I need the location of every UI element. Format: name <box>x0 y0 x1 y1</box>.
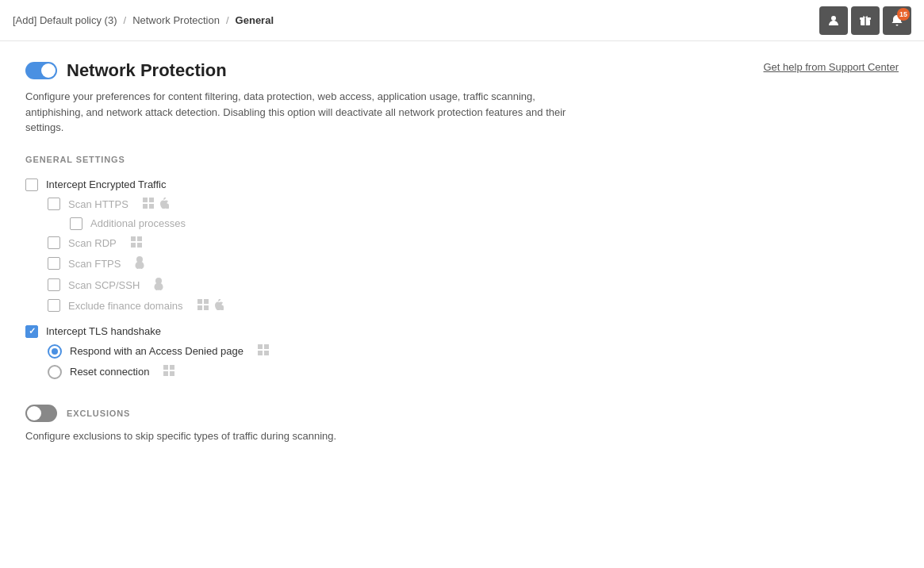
general-settings-section: GENERAL SETTINGS Intercept Encrypted Tra… <box>25 155 899 382</box>
list-item: Exclude finance domains <box>25 296 899 316</box>
header-right: Get help from Support Center <box>763 60 899 73</box>
support-link[interactable]: Get help from Support Center <box>763 61 899 73</box>
scan-ftps-label: Scan FTPS <box>68 258 121 270</box>
intercept-tls-label: Intercept TLS handshake <box>46 325 161 337</box>
svg-line-14 <box>141 267 142 269</box>
svg-rect-22 <box>258 344 263 349</box>
svg-rect-27 <box>170 365 174 370</box>
windows-icon <box>143 198 154 211</box>
top-bar: [Add] Default policy (3) / Network Prote… <box>0 0 924 41</box>
windows-icon <box>163 365 174 378</box>
reset-connection-os-icons <box>163 365 174 378</box>
svg-rect-5 <box>149 198 154 202</box>
additional-processes-label: Additional processes <box>90 217 186 229</box>
svg-rect-26 <box>163 365 168 370</box>
svg-rect-4 <box>143 198 148 202</box>
scan-ftps-checkbox[interactable] <box>48 257 60 270</box>
notification-icon-button[interactable]: 15 <box>883 6 911 35</box>
scan-scp-ssh-checkbox[interactable] <box>48 278 60 291</box>
scan-https-checkbox[interactable] <box>48 198 60 210</box>
svg-line-13 <box>137 267 138 269</box>
exclusions-section: EXCLUSIONS Configure exclusions to skip … <box>25 405 899 442</box>
header-description: Configure your preferences for content f… <box>25 89 581 136</box>
svg-rect-23 <box>264 344 269 349</box>
top-icon-group: 15 <box>819 6 911 35</box>
notification-badge: 15 <box>897 8 910 21</box>
list-item: Additional processes <box>25 214 899 233</box>
gift-icon-button[interactable] <box>851 6 880 35</box>
svg-rect-21 <box>204 305 209 310</box>
apple-icon <box>159 198 169 211</box>
svg-rect-20 <box>197 305 202 310</box>
linux-icon <box>135 256 144 271</box>
intercept-tls-checkbox[interactable] <box>25 325 38 338</box>
svg-rect-24 <box>258 351 263 355</box>
header-left: Network Protection Configure your prefer… <box>25 60 581 136</box>
scan-scp-ssh-label: Scan SCP/SSH <box>68 279 140 291</box>
reset-connection-radio[interactable] <box>48 365 62 379</box>
exclude-finance-label: Exclude finance domains <box>68 300 183 312</box>
breadcrumb-part2[interactable]: Network Protection <box>132 14 220 26</box>
exclude-finance-checkbox[interactable] <box>48 299 60 312</box>
svg-line-17 <box>160 289 161 290</box>
user-icon-button[interactable] <box>819 6 848 35</box>
scan-rdp-os-icons <box>131 236 142 250</box>
exclusions-label: EXCLUSIONS <box>67 409 130 418</box>
list-item: Respond with an Access Denied page <box>25 341 899 362</box>
access-denied-radio[interactable] <box>48 344 62 359</box>
breadcrumb-part1[interactable]: [Add] Default policy (3) <box>13 14 117 26</box>
list-item: Scan HTTPS <box>25 194 899 214</box>
scan-https-os-icons <box>143 198 169 211</box>
svg-rect-19 <box>204 299 209 304</box>
section-header: Network Protection Configure your prefer… <box>25 60 899 136</box>
svg-rect-8 <box>131 236 136 241</box>
svg-point-0 <box>831 16 836 21</box>
scan-https-label: Scan HTTPS <box>68 198 128 210</box>
intercept-encrypted-label: Intercept Encrypted Traffic <box>46 178 167 190</box>
list-item: Scan SCP/SSH <box>25 274 899 296</box>
additional-processes-checkbox[interactable] <box>70 217 82 230</box>
access-denied-label: Respond with an Access Denied page <box>70 345 243 357</box>
network-protection-toggle[interactable] <box>25 62 57 79</box>
svg-rect-7 <box>149 204 154 209</box>
reset-connection-label: Reset connection <box>70 366 149 378</box>
general-settings-label: GENERAL SETTINGS <box>25 155 899 164</box>
list-item: Intercept Encrypted Traffic <box>25 175 899 194</box>
scan-scp-os-icons <box>154 278 163 293</box>
linux-icon <box>154 278 163 293</box>
svg-rect-9 <box>137 236 142 241</box>
list-item: Scan RDP <box>25 233 899 253</box>
svg-rect-29 <box>170 371 174 376</box>
title-row: Network Protection <box>25 60 581 81</box>
breadcrumb-part3: General <box>236 14 274 26</box>
main-content: Network Protection Configure your prefer… <box>0 41 924 461</box>
scan-ftps-os-icons <box>135 256 144 271</box>
windows-icon <box>131 236 142 250</box>
svg-rect-6 <box>143 204 148 209</box>
exclusions-description: Configure exclusions to skip specific ty… <box>25 430 899 442</box>
exclude-finance-os-icons <box>197 299 224 313</box>
page-title: Network Protection <box>67 60 227 81</box>
svg-line-16 <box>156 289 157 290</box>
windows-icon <box>258 344 269 358</box>
breadcrumb: [Add] Default policy (3) / Network Prote… <box>13 14 274 26</box>
breadcrumb-sep2: / <box>226 14 229 26</box>
exclusions-header-row: EXCLUSIONS <box>25 405 899 422</box>
svg-rect-18 <box>197 299 202 304</box>
windows-icon <box>197 299 209 313</box>
intercept-encrypted-checkbox[interactable] <box>25 178 38 191</box>
access-denied-os-icons <box>258 344 269 358</box>
scan-rdp-label: Scan RDP <box>68 237 117 249</box>
list-item: Scan FTPS <box>25 253 899 274</box>
svg-rect-28 <box>163 371 168 376</box>
breadcrumb-sep1: / <box>124 14 127 26</box>
svg-rect-10 <box>131 243 136 248</box>
scan-rdp-checkbox[interactable] <box>48 236 60 249</box>
apple-icon <box>213 299 224 313</box>
list-item: Intercept TLS handshake <box>25 322 899 341</box>
list-item: Reset connection <box>25 362 899 382</box>
exclusions-toggle[interactable] <box>25 405 57 422</box>
svg-rect-11 <box>137 243 142 248</box>
svg-rect-25 <box>264 351 269 355</box>
